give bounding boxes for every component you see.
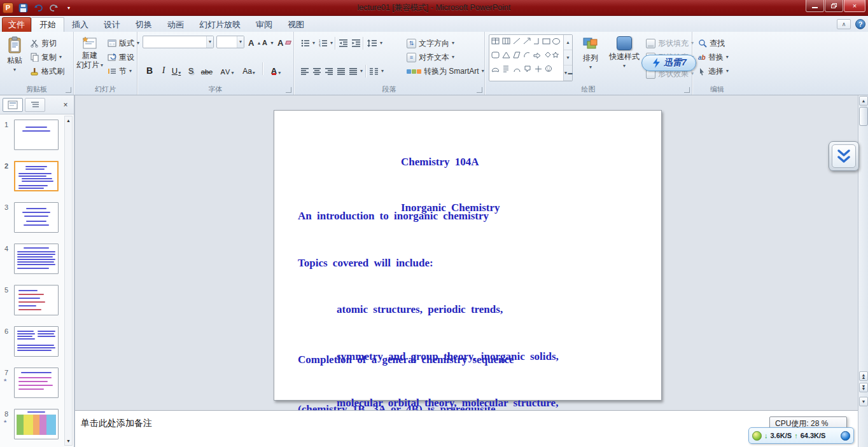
align-left-button[interactable] [299, 65, 311, 78]
shapes-gallery[interactable]: ▲ ▼ ▼▬ [489, 34, 573, 81]
section-button[interactable]: 节 ▾ [106, 65, 134, 78]
section-label: 节 [119, 66, 127, 77]
font-dialog-launcher-icon[interactable] [286, 87, 291, 93]
paragraph-dialog-launcher-icon[interactable] [477, 87, 482, 93]
align-text-button[interactable]: ≡ 对齐文本 ▾ [405, 51, 456, 64]
thunder-float-button[interactable] [829, 141, 859, 171]
text-direction-button[interactable]: ⇅ 文字方向 ▾ [405, 37, 456, 50]
slide-thumbnail-4[interactable] [14, 244, 59, 274]
reset-button[interactable]: 重设 [106, 51, 136, 64]
paste-button[interactable]: 粘贴 ▾ [3, 33, 27, 83]
slide-thumbnail-5[interactable] [14, 285, 59, 315]
format-painter-button[interactable]: 格式刷 [28, 65, 66, 78]
slide-canvas[interactable]: Chemistry 104A Inorganic Chemistry An in… [274, 110, 662, 401]
window-title: lecture01 [兼容模式] - Microsoft PowerPoint [0, 0, 868, 16]
slide-thumbnail-1[interactable] [14, 120, 59, 150]
align-right-button[interactable] [323, 65, 335, 78]
minimize-button[interactable] [806, 0, 824, 12]
scroll-down-icon[interactable]: ▼ [859, 397, 868, 406]
minimize-ribbon-icon[interactable]: ∧ [837, 19, 851, 29]
scroll-up-icon[interactable]: ▲ [859, 96, 868, 106]
tab-review[interactable]: 审阅 [248, 17, 280, 32]
paste-label: 粘贴 [7, 55, 22, 66]
tab-insert[interactable]: 插入 [64, 17, 96, 32]
slide-thumbnail-3[interactable] [14, 202, 59, 233]
shrink-font-button[interactable]: A▼ [261, 36, 276, 49]
align-text-dropdown-icon: ▾ [452, 55, 454, 60]
cut-button[interactable]: 剪切 [28, 37, 59, 50]
select-button[interactable]: 选择 ▾ [696, 65, 731, 78]
slide-thumbnail-2-selected[interactable] [14, 161, 59, 191]
underline-button[interactable]: U▾ [171, 62, 182, 76]
increase-indent-button[interactable] [350, 37, 363, 50]
tab-file[interactable]: 文件 [2, 17, 31, 32]
tab-design[interactable]: 设计 [96, 17, 128, 32]
grow-font-button[interactable]: A▲ [247, 36, 262, 49]
shapes-scroll-down-icon[interactable]: ▼ [564, 50, 572, 65]
replace-button[interactable]: ab 替换 ▾ [696, 51, 731, 64]
tab-slides-thumbnails[interactable] [3, 98, 23, 112]
tab-transitions[interactable]: 切换 [128, 17, 160, 32]
copy-button[interactable]: 复制 ▾ [28, 51, 64, 64]
numbering-button[interactable]: 123 ▾ [317, 37, 335, 50]
find-button[interactable]: 查找 [696, 37, 727, 50]
text-shadow-button[interactable]: S [185, 62, 197, 76]
arrange-button[interactable]: 排列 ▾ [575, 33, 606, 83]
tab-animations[interactable]: 动画 [160, 17, 192, 32]
bold-button[interactable]: B [143, 62, 157, 76]
distributed-button[interactable]: ▾ [347, 65, 365, 78]
scrollbar-thumb[interactable] [859, 107, 868, 126]
clear-formatting-button[interactable]: A [276, 36, 292, 49]
shapes-gallery-scrollbar[interactable]: ▲ ▼ ▼▬ [563, 35, 572, 81]
font-name-dropdown-icon: ▾ [206, 36, 213, 48]
scissors-icon [30, 39, 39, 48]
tab-view[interactable]: 视图 [280, 17, 312, 32]
restore-button[interactable] [825, 0, 843, 12]
layout-button[interactable]: 版式 ▾ [106, 37, 141, 50]
periodic-table-preview [17, 415, 56, 435]
thunder-monitor-icon[interactable] [841, 431, 850, 441]
justify-button[interactable] [335, 65, 347, 78]
tab-outline[interactable] [25, 98, 45, 112]
shapes-scroll-up-icon[interactable]: ▲ [564, 35, 572, 50]
network-speed-widget[interactable]: ↓ 3.6K/S ↑ 64.3K/S [748, 427, 854, 444]
align-center-button[interactable] [311, 65, 323, 78]
next-slide-button[interactable]: ▼▼ [859, 383, 868, 392]
clipboard-icon [7, 36, 22, 54]
tab-home[interactable]: 开始 [31, 17, 64, 32]
text-direction-dropdown-icon: ▾ [452, 41, 454, 46]
notes-pane[interactable]: 单击此处添加备注 [75, 410, 858, 447]
shape-fill-button[interactable]: 形状填充 ▾ [644, 37, 696, 50]
character-spacing-button[interactable]: AV▾ [218, 62, 237, 76]
font-color-button[interactable]: A ▾ [266, 62, 285, 76]
panel-scroll-up-icon[interactable]: ▲ [66, 116, 71, 125]
help-icon[interactable]: ? [855, 19, 865, 29]
shapes-more-icon[interactable]: ▼▬ [564, 65, 572, 81]
bullets-button[interactable]: ▾ [299, 37, 317, 50]
line-spacing-button[interactable]: ▾ [365, 37, 384, 50]
slide-thumbnail-8[interactable] [14, 409, 59, 439]
font-size-combobox[interactable]: ▾ [216, 36, 244, 48]
slide-thumbnail-6[interactable] [14, 326, 59, 357]
slide-thumbnail-7[interactable] [14, 368, 59, 398]
panel-close-icon[interactable]: × [60, 99, 71, 111]
thunder-download-badge[interactable]: 迅雷7 [641, 55, 696, 71]
convert-smartart-button[interactable]: 转换为 SmartArt ▾ [405, 65, 486, 78]
strikethrough-button[interactable]: abe [199, 62, 215, 76]
clipboard-dialog-launcher-icon[interactable] [66, 87, 71, 93]
tab-slideshow[interactable]: 幻灯片放映 [192, 17, 248, 32]
close-button[interactable]: × [844, 0, 865, 12]
panel-scrollbar[interactable]: ▲ ▼ [64, 116, 73, 446]
quick-styles-button[interactable]: 快速样式 ▾ [607, 33, 641, 83]
change-case-button[interactable]: Aa▾ [239, 62, 258, 76]
decrease-indent-button[interactable] [337, 37, 350, 50]
new-slide-button[interactable]: 新建 幻灯片▾ [75, 33, 104, 83]
panel-scroll-down-icon[interactable]: ▼ [66, 437, 71, 445]
vertical-scrollbar[interactable]: ▲ ▲▲ ▼▼ ▼ [858, 95, 868, 447]
drawing-dialog-launcher-icon[interactable] [684, 87, 690, 93]
columns-button[interactable]: ▾ [368, 65, 386, 78]
section-dropdown-icon: ▾ [129, 69, 132, 74]
previous-slide-button[interactable]: ▲▲ [859, 371, 868, 381]
font-name-combobox[interactable]: ▾ [143, 36, 214, 48]
italic-button[interactable]: I [158, 62, 169, 76]
